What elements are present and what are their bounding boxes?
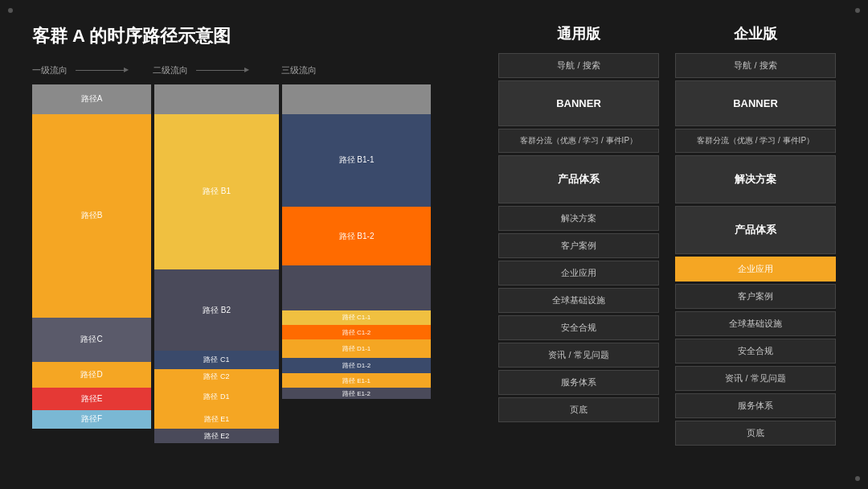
l2-pathB2: 路径 B2	[154, 269, 279, 351]
general-nav-search[interactable]: 导航 / 搜索	[498, 53, 659, 78]
enterprise-version-title: 企业版	[675, 24, 836, 43]
l3-pathD12: 路径 D1-2	[282, 358, 431, 372]
l2-pathE2: 路径 E2	[154, 429, 279, 443]
enterprise-solutions[interactable]: 解决方案	[675, 155, 836, 203]
l3-pathB12: 路径 B1-2	[282, 207, 431, 266]
general-solutions[interactable]: 解决方案	[498, 206, 659, 231]
l3-pathB11: 路径 B1-1	[282, 114, 431, 207]
l3-pathC12: 路径 C1-2	[282, 325, 431, 339]
general-security[interactable]: 安全合规	[498, 315, 659, 340]
level1-column: 路径A 路径B 路径C 路径D 路径E 路径F	[32, 84, 151, 454]
general-enterprise-app[interactable]: 企业应用	[498, 261, 659, 286]
enterprise-enterprise-app[interactable]: 企业应用	[675, 257, 836, 281]
corner-decoration-tl	[8, 8, 13, 13]
l3-pathE12: 路径 E1-2	[282, 388, 431, 399]
l1-pathE: 路径E	[32, 388, 151, 410]
general-customer-segment[interactable]: 客群分流（优惠 / 学习 / 事件IP）	[498, 129, 659, 153]
left-section: 客群 A 的时序路径示意图 一级流向 二级流向 三级流向 路径A 路径B 路径C…	[32, 24, 482, 465]
l3-pathD11: 路径 D1-1	[282, 339, 431, 358]
l2-pathC1: 路径 C1	[154, 351, 279, 369]
enterprise-service[interactable]: 服务体系	[675, 393, 836, 418]
general-version-column: 通用版 导航 / 搜索 BANNER 客群分流（优惠 / 学习 / 事件IP） …	[498, 24, 659, 465]
arrow1	[76, 70, 124, 71]
level3-header: 三级流向	[281, 64, 426, 76]
l2-pathE1: 路径 E1	[154, 410, 279, 429]
enterprise-version-column: 企业版 导航 / 搜索 BANNER 客群分流（优惠 / 学习 / 事件IP） …	[675, 24, 836, 465]
corner-decoration-br	[855, 476, 860, 481]
enterprise-product-system[interactable]: 产品体系	[675, 206, 836, 254]
enterprise-footer[interactable]: 页底	[675, 421, 836, 446]
l1-pathF: 路径F	[32, 410, 151, 429]
l3-pathC11: 路径 C1-1	[282, 310, 431, 325]
l3-gap2	[282, 265, 431, 310]
l1-pathB: 路径B	[32, 114, 151, 318]
flow-header: 一级流向 二级流向 三级流向	[32, 64, 466, 76]
general-version-title: 通用版	[498, 24, 659, 43]
l1-pathC: 路径C	[32, 318, 151, 362]
l1-pathD: 路径D	[32, 362, 151, 388]
l2-pathC2: 路径 C2	[154, 369, 279, 384]
general-infrastructure[interactable]: 全球基础设施	[498, 288, 659, 313]
main-container: 客群 A 的时序路径示意图 一级流向 二级流向 三级流向 路径A 路径B 路径C…	[0, 0, 868, 489]
enterprise-security[interactable]: 安全合规	[675, 339, 836, 364]
general-service[interactable]: 服务体系	[498, 370, 659, 395]
general-case-study[interactable]: 客户案例	[498, 233, 659, 258]
l2-pathD1: 路径 D1	[154, 384, 279, 410]
enterprise-banner[interactable]: BANNER	[675, 80, 836, 126]
arrow2	[196, 70, 244, 71]
general-footer[interactable]: 页底	[498, 397, 659, 422]
enterprise-nav-search[interactable]: 导航 / 搜索	[675, 53, 836, 78]
level3-column: 路径 B1-1 路径 B1-2 路径 C1-1 路径 C1-2 路径 D1-1 …	[282, 84, 431, 454]
level1-header: 一级流向	[32, 64, 153, 76]
right-section: 通用版 导航 / 搜索 BANNER 客群分流（优惠 / 学习 / 事件IP） …	[482, 24, 836, 465]
general-product-system[interactable]: 产品体系	[498, 155, 659, 203]
general-news[interactable]: 资讯 / 常见问题	[498, 343, 659, 368]
level2-column: 路径 B1 路径 B2 路径 C1 路径 C2 路径 D1 路径 E1 路径 E…	[154, 84, 279, 454]
page-title: 客群 A 的时序路径示意图	[32, 24, 466, 48]
l2-gap1	[154, 84, 279, 114]
sankey-diagram: 路径A 路径B 路径C 路径D 路径E 路径F 路径 B1 路径 B2 路径 C…	[32, 84, 466, 454]
level2-header: 二级流向	[153, 64, 281, 76]
enterprise-case-study[interactable]: 客户案例	[675, 284, 836, 309]
enterprise-infrastructure[interactable]: 全球基础设施	[675, 311, 836, 336]
enterprise-customer-segment[interactable]: 客群分流（优惠 / 学习 / 事件IP）	[675, 129, 836, 153]
enterprise-news[interactable]: 资讯 / 常见问题	[675, 366, 836, 391]
l3-gap1	[282, 84, 431, 114]
l1-pathA: 路径A	[32, 84, 151, 114]
general-banner[interactable]: BANNER	[498, 80, 659, 126]
l3-pathE11: 路径 E1-1	[282, 373, 431, 388]
corner-decoration-tr	[855, 8, 860, 13]
l2-pathB1: 路径 B1	[154, 114, 279, 269]
